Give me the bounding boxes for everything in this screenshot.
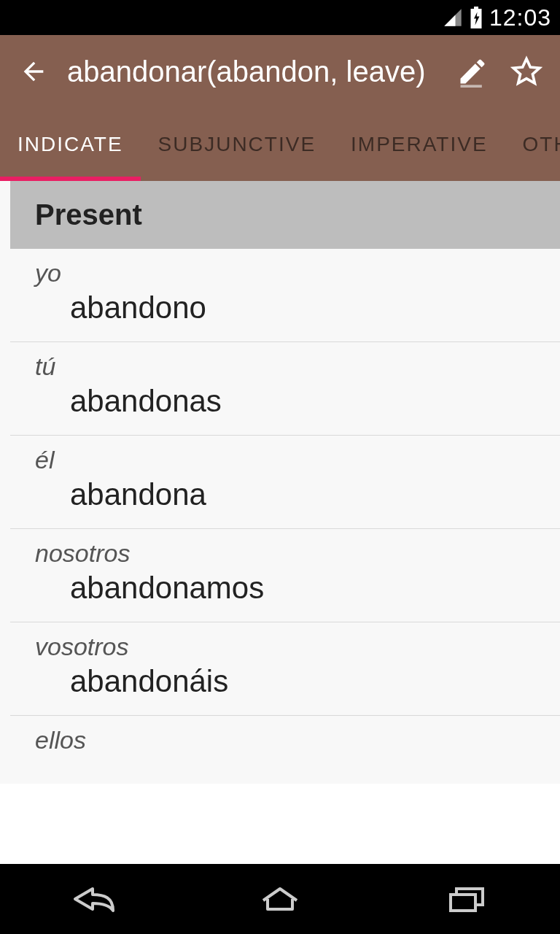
list-item: vosotros abandonáis — [10, 622, 560, 716]
tab-indicate[interactable]: INDICATE — [0, 108, 141, 181]
conjugation-value: abandonamos — [35, 571, 535, 606]
conjugation-value: abandonas — [35, 384, 535, 419]
signal-icon — [443, 7, 463, 28]
tab-label: OTHER — [523, 133, 560, 156]
tab-other[interactable]: OTHER — [505, 108, 560, 181]
app-bar: abandonar(abandon, leave) — [0, 35, 560, 108]
pronoun-label: yo — [35, 259, 535, 287]
ad-placeholder — [0, 784, 560, 864]
conjugation-list: yo abandono tú abandonas él abandona nos… — [10, 249, 560, 784]
pronoun-label: vosotros — [35, 633, 535, 661]
tab-label: INDICATE — [18, 133, 123, 156]
battery-icon — [469, 7, 483, 28]
svg-rect-3 — [461, 85, 482, 88]
nav-recents-button[interactable] — [423, 877, 510, 921]
svg-rect-1 — [474, 7, 478, 9]
tab-bar: INDICATE SUBJUNCTIVE IMPERATIVE OTHER — [0, 108, 560, 181]
tab-imperative[interactable]: IMPERATIVE — [333, 108, 505, 181]
list-item: él abandona — [10, 436, 560, 529]
system-nav-bar — [0, 864, 560, 934]
conjugation-value: abandono — [35, 290, 535, 325]
tab-label: IMPERATIVE — [351, 133, 488, 156]
conjugation-value: abandonáis — [35, 664, 535, 699]
list-item: yo abandono — [10, 249, 560, 342]
list-item: ellos — [10, 716, 560, 773]
status-time: 12:03 — [489, 4, 551, 31]
page-title: abandonar(abandon, leave) — [67, 55, 439, 88]
status-bar: 12:03 — [0, 0, 560, 35]
list-item: tú abandonas — [10, 342, 560, 436]
pronoun-label: tú — [35, 352, 535, 381]
edit-button[interactable] — [452, 51, 493, 92]
content-area[interactable]: Present yo abandono tú abandonas él aban… — [10, 181, 560, 784]
list-item: nosotros abandonamos — [10, 529, 560, 622]
favorite-button[interactable] — [506, 51, 547, 92]
tab-subjunctive[interactable]: SUBJUNCTIVE — [141, 108, 333, 181]
pronoun-label: ellos — [35, 726, 535, 754]
conjugation-value: abandona — [35, 477, 535, 512]
tab-label: SUBJUNCTIVE — [158, 133, 316, 156]
pronoun-label: nosotros — [35, 539, 535, 568]
nav-back-button[interactable] — [50, 877, 137, 921]
svg-rect-4 — [451, 895, 475, 911]
section-header: Present — [10, 181, 560, 249]
nav-home-button[interactable] — [236, 877, 324, 921]
back-button[interactable] — [13, 51, 54, 92]
pronoun-label: él — [35, 446, 535, 474]
